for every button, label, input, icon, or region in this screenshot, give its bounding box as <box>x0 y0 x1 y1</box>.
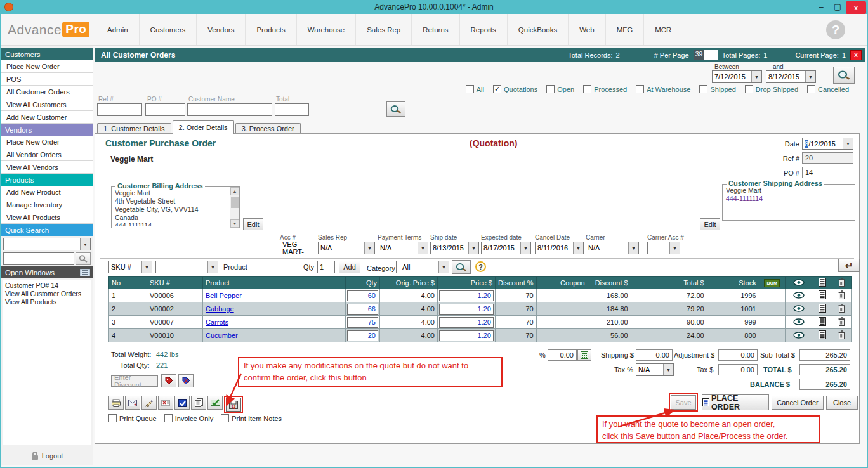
price-cell-input[interactable]: 1.20 <box>439 290 494 301</box>
item-notes-button[interactable] <box>813 302 832 316</box>
checkbox[interactable] <box>466 85 474 93</box>
sidebar-item-add-new-product[interactable]: Add New Product <box>1 186 93 198</box>
ship-date-picker[interactable]: 8/13/2015▼ <box>430 242 479 254</box>
menu-mcr[interactable]: MCR <box>643 14 682 45</box>
category-select[interactable]: - All -▼ <box>396 261 449 273</box>
scroll-thumb[interactable] <box>231 197 239 208</box>
order-search-button[interactable] <box>386 101 405 117</box>
product-link[interactable]: Bell Pepper <box>206 292 242 299</box>
view-item-button[interactable] <box>785 329 813 342</box>
calculator-icon[interactable] <box>577 349 591 361</box>
filter-all[interactable]: All <box>466 85 484 93</box>
tax-input[interactable]: 0.00 <box>718 364 758 375</box>
view-item-button[interactable] <box>785 289 813 302</box>
invoice-only-checkbox[interactable]: Invoice Only <box>164 414 214 422</box>
place-order-button[interactable]: PLACE ORDER <box>702 394 769 410</box>
menu-quickbooks[interactable]: QuickBooks <box>507 14 568 45</box>
price-cell-input[interactable]: 1.20 <box>439 304 494 315</box>
item-notes-button[interactable] <box>813 329 832 342</box>
quick-search-dropdown[interactable]: ▼ <box>3 238 91 250</box>
qty-cell-input[interactable]: 20 <box>347 330 378 341</box>
menu-vendors[interactable]: Vendors <box>196 14 245 45</box>
apply-discount-button[interactable] <box>161 374 176 387</box>
filter-cancelled[interactable]: Cancelled <box>807 85 849 93</box>
scroll-up-icon[interactable]: ▲ <box>230 187 239 195</box>
checkbox[interactable] <box>109 414 117 422</box>
menu-warehouse[interactable]: Warehouse <box>296 14 355 45</box>
product-link[interactable]: Cabbage <box>206 305 234 313</box>
open-window-item[interactable]: View All Customer Orders <box>5 290 91 298</box>
delete-item-button[interactable] <box>832 302 851 316</box>
print-item-notes-checkbox[interactable]: Print Item Notes <box>221 414 282 422</box>
payment-terms-select[interactable]: N/A▼ <box>378 242 428 254</box>
qty-input[interactable]: 1 <box>317 261 335 273</box>
product-input[interactable] <box>249 261 299 273</box>
sidebar-item-view-all-vendors[interactable]: View All Vendors <box>1 161 93 174</box>
view-item-button[interactable] <box>785 302 813 316</box>
billing-scrollbar[interactable]: ▲ ▼ <box>230 187 239 228</box>
checkbox[interactable] <box>699 85 707 93</box>
product-search-button[interactable] <box>452 260 471 274</box>
logout-button[interactable]: Logout <box>1 446 93 465</box>
delete-item-button[interactable] <box>832 316 851 329</box>
save-button[interactable]: Save <box>671 395 696 410</box>
maximize-button[interactable]: ▢ <box>829 1 846 13</box>
add-button[interactable]: Add <box>339 261 360 273</box>
checkbox[interactable] <box>164 414 173 422</box>
menu-sales-rep[interactable]: Sales Rep <box>355 14 411 45</box>
shipping-edit-button[interactable]: Edit <box>700 218 720 230</box>
shipping-input[interactable]: 0.00 <box>636 349 673 361</box>
checkbox[interactable] <box>636 85 644 93</box>
menu-mfg[interactable]: MFG <box>605 14 644 45</box>
close-button[interactable]: Close <box>826 396 858 410</box>
return-icon[interactable]: ↵ <box>838 259 860 272</box>
menu-admin[interactable]: Admin <box>96 14 139 45</box>
date-from-picker[interactable]: 7/12/2015 ▼ <box>712 70 762 83</box>
stamp-icon[interactable] <box>158 396 173 410</box>
per-page-input[interactable]: 39 <box>694 50 718 60</box>
question-icon[interactable]: ? <box>475 261 486 272</box>
filter-search-button[interactable] <box>833 67 855 84</box>
quick-search-input[interactable] <box>3 252 74 265</box>
expected-date-picker[interactable]: 8/17/2015▼ <box>481 242 531 254</box>
sku-value-select[interactable]: ▼ <box>155 261 218 273</box>
tab-order-details[interactable]: 2. Order Details <box>173 120 234 134</box>
billing-edit-button[interactable]: Edit <box>243 218 263 230</box>
quick-search-button[interactable] <box>76 252 91 265</box>
checkbox[interactable] <box>807 85 815 93</box>
sidebar-item-all-customer-orders[interactable]: All Customer Orders <box>1 86 93 98</box>
carrier-select[interactable]: N/A▼ <box>586 242 639 254</box>
po-search-input[interactable] <box>145 103 185 116</box>
open-window-item[interactable]: Customer PO# 14 <box>5 282 91 290</box>
print-queue-checkbox[interactable]: Print Queue <box>109 414 157 422</box>
sidebar-item-vendor-place-new-order[interactable]: Place New Order <box>1 136 93 148</box>
price-cell-input[interactable]: 1.20 <box>439 317 494 328</box>
menu-reports[interactable]: Reports <box>459 14 507 45</box>
sidebar-item-all-vendor-orders[interactable]: All Vendor Orders <box>1 148 93 161</box>
checkbox[interactable] <box>546 85 555 93</box>
adjustment-input[interactable]: 0.00 <box>718 349 758 361</box>
remove-discount-button[interactable] <box>178 374 194 387</box>
close-window-button[interactable]: x <box>846 1 866 14</box>
open-window-item[interactable]: View All Products <box>5 298 91 306</box>
menu-returns[interactable]: Returns <box>411 14 459 45</box>
help-icon[interactable]: ? <box>826 20 845 39</box>
menu-customers[interactable]: Customers <box>139 14 197 45</box>
ref-search-input[interactable] <box>97 103 142 116</box>
qty-cell-input[interactable]: 60 <box>347 290 378 301</box>
product-link[interactable]: Carrots <box>206 318 228 326</box>
order-date-picker[interactable]: 8/12/2015 ▼ <box>802 138 853 150</box>
email-icon[interactable] <box>125 396 140 410</box>
sku-mode-select[interactable]: SKU #▼ <box>109 261 152 273</box>
checkbox[interactable]: ✓ <box>493 85 501 93</box>
sidebar-item-manage-inventory[interactable]: Manage Inventory <box>1 198 93 211</box>
cancel-date-picker[interactable]: 8/11/2016▼ <box>535 242 584 254</box>
filter-open[interactable]: Open <box>546 85 574 93</box>
filter-processed[interactable]: Processed <box>583 85 627 93</box>
sales-rep-select[interactable]: N/A▼ <box>318 242 375 254</box>
signature-icon[interactable] <box>141 396 157 410</box>
sidebar-item-pos[interactable]: POS <box>1 73 93 86</box>
checkbox[interactable] <box>221 414 229 422</box>
enter-discount-input[interactable]: Enter Discount <box>111 375 158 387</box>
order-po-field[interactable]: 14 <box>802 167 853 178</box>
